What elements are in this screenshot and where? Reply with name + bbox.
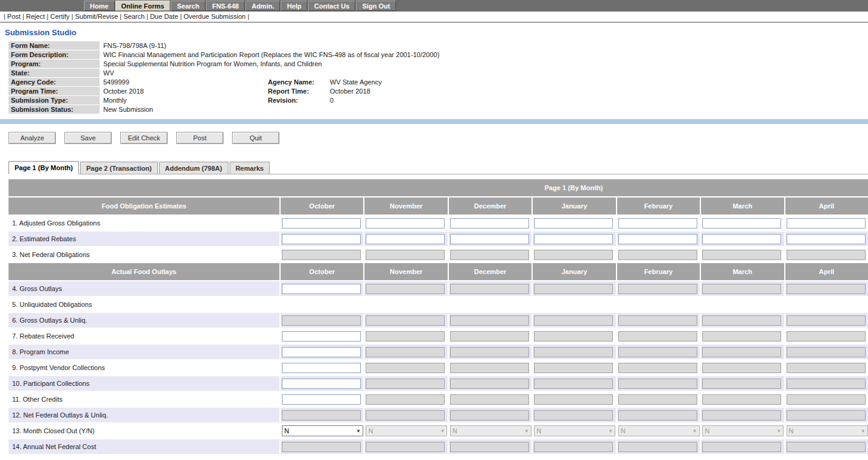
menu-due-date[interactable]: Due Date	[150, 13, 178, 20]
input-april-disabled	[787, 442, 866, 452]
menu-submit-revise[interactable]: Submit/Revise	[75, 13, 118, 20]
input-october[interactable]	[282, 379, 361, 389]
input-february[interactable]	[618, 218, 697, 228]
cell-april	[785, 408, 868, 422]
cell-october	[281, 345, 363, 359]
input-october[interactable]	[282, 234, 361, 244]
tab-page-2-transaction[interactable]: Page 2 (Transaction)	[80, 162, 158, 174]
menu-search[interactable]: Search	[123, 13, 145, 20]
input-january[interactable]	[534, 218, 613, 228]
cell-february	[617, 247, 700, 262]
input-january[interactable]	[534, 234, 613, 244]
select-february-disabled: N▼	[618, 425, 700, 436]
nav-fns-648[interactable]: FNS-648	[206, 1, 245, 11]
grid-row: 9. Postpymt Vendor Collections	[9, 360, 868, 375]
input-december-disabled	[450, 284, 529, 294]
row-label: 10. Participant Collections	[9, 376, 279, 391]
row-label: 5. Unliquidated Obligations	[9, 297, 279, 312]
nav-contact-us[interactable]: Contact Us	[308, 1, 355, 11]
input-december-disabled	[450, 331, 529, 342]
input-december-disabled	[450, 347, 529, 357]
quit-button[interactable]: Quit	[232, 132, 279, 144]
cell-march	[701, 329, 784, 343]
menu-certify[interactable]: Certify	[50, 13, 70, 20]
select-october[interactable]: N▼	[282, 425, 363, 436]
cell-april	[785, 281, 868, 296]
input-april[interactable]	[787, 218, 866, 228]
tab-addendum-798a[interactable]: Addendum (798A)	[159, 162, 228, 174]
input-october[interactable]	[282, 347, 361, 357]
input-october[interactable]	[282, 331, 361, 342]
input-october-disabled	[282, 250, 361, 260]
input-december[interactable]	[450, 218, 529, 228]
cell-october	[281, 439, 363, 454]
cell-november	[364, 247, 447, 262]
cell-december	[449, 408, 531, 422]
action-menubar: |Post|Reject|Certify|Submit/Revise|Searc…	[0, 12, 868, 22]
cell-december	[449, 360, 531, 375]
cell-october	[281, 329, 363, 343]
cell-december	[449, 216, 531, 230]
cell-april	[785, 216, 868, 230]
grid-row: 13. Month Closed Out (Y/N)N▼N▼N▼N▼N▼N▼N▼	[9, 424, 868, 438]
edit-check-button[interactable]: Edit Check	[120, 132, 168, 144]
tab-remarks[interactable]: Remarks	[230, 162, 270, 174]
cell-february	[617, 408, 700, 422]
form-info-row: State:WV	[9, 69, 863, 78]
cell-october	[281, 313, 363, 328]
input-february[interactable]	[618, 234, 697, 244]
input-december[interactable]	[450, 234, 529, 244]
info-label: Submission Status:	[9, 105, 100, 114]
month-header-april: April	[785, 263, 868, 280]
month-header-december: December	[449, 263, 531, 280]
info-label: Program Time:	[9, 87, 100, 96]
row-label: 9. Postpymt Vendor Collections	[9, 360, 279, 375]
save-button[interactable]: Save	[64, 132, 112, 144]
menu-reject[interactable]: Reject	[26, 13, 45, 20]
input-april-disabled	[787, 331, 866, 342]
cell-november	[364, 232, 447, 246]
menu-post[interactable]: Post	[7, 13, 21, 20]
nav-online-forms[interactable]: Online Forms	[115, 1, 171, 11]
input-november[interactable]	[366, 218, 445, 228]
input-april[interactable]	[787, 234, 866, 244]
cell-november: N▼	[364, 424, 447, 438]
cell-december	[449, 281, 531, 296]
nav-sign-out[interactable]: Sign Out	[356, 1, 396, 11]
input-march[interactable]	[702, 218, 781, 228]
select-april-disabled: N▼	[787, 425, 868, 436]
nav-home[interactable]: Home	[84, 1, 115, 11]
cell-december	[449, 232, 531, 246]
cell-april	[785, 345, 868, 359]
input-october[interactable]	[282, 218, 361, 228]
input-november[interactable]	[366, 234, 445, 244]
post-button[interactable]: Post	[176, 132, 224, 144]
cell-april	[785, 360, 868, 375]
nav-admin[interactable]: Admin.	[245, 1, 280, 11]
input-october[interactable]	[282, 284, 361, 294]
nav-help[interactable]: Help	[281, 1, 307, 11]
cell-december	[449, 247, 531, 262]
input-march[interactable]	[702, 234, 781, 244]
input-april-disabled	[787, 315, 866, 326]
input-march-disabled	[702, 379, 781, 389]
input-october[interactable]	[282, 394, 361, 405]
input-november-disabled	[366, 331, 445, 342]
analyze-button[interactable]: Analyze	[9, 132, 56, 144]
info-value: WV State Agency	[326, 78, 863, 87]
cell-march	[701, 297, 784, 312]
menu-overdue-submission[interactable]: Overdue Submission	[183, 13, 245, 20]
cell-november	[364, 313, 447, 328]
input-november-disabled	[366, 394, 445, 405]
input-december-disabled	[450, 250, 529, 260]
form-info: Form Name:FNS-798/798A (9-11)Form Descri…	[9, 41, 863, 114]
select-march-disabled: N▼	[702, 425, 784, 436]
chevron-down-icon: ▼	[356, 428, 363, 434]
chevron-down-icon: ▼	[524, 428, 531, 434]
cell-january	[533, 392, 615, 407]
nav-search[interactable]: Search	[171, 1, 205, 11]
cell-november	[364, 345, 447, 359]
tab-page-1-by-month[interactable]: Page 1 (By Month)	[9, 161, 79, 174]
input-october[interactable]	[282, 363, 361, 373]
cell-october	[281, 247, 363, 262]
